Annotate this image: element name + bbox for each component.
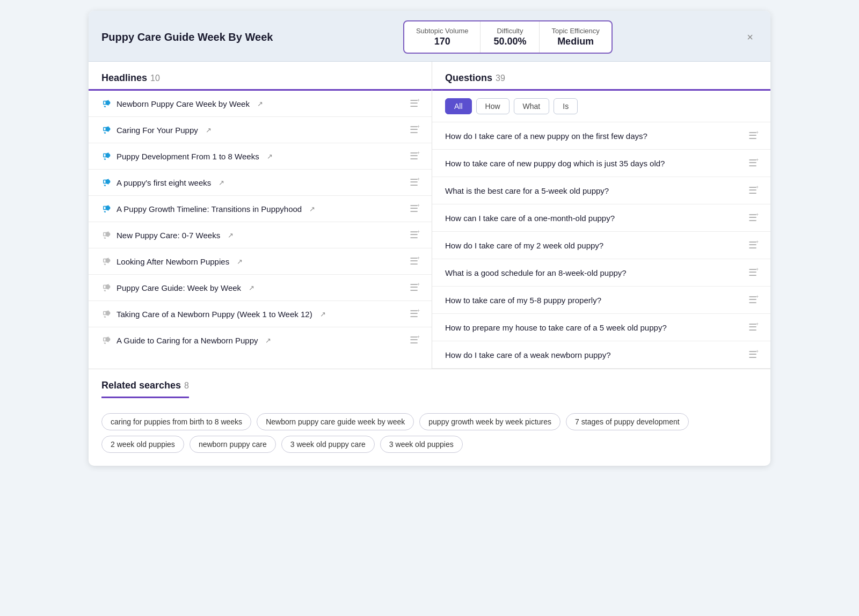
external-link-icon[interactable]: ↗ bbox=[265, 336, 271, 344]
add-to-list-button[interactable]: ☰+ bbox=[410, 308, 419, 320]
question-text: How to prepare my house to take care of … bbox=[445, 323, 667, 332]
related-header: Related searches 8 bbox=[101, 380, 189, 398]
filter-all-button[interactable]: All bbox=[445, 98, 472, 114]
headline-text: Newborn Puppy Care Week by Week bbox=[117, 99, 250, 108]
megaphone-icon bbox=[101, 230, 111, 240]
headline-item: A puppy's first eight weeks ↗ ☰+ bbox=[89, 170, 432, 196]
related-search-tag[interactable]: Newborn puppy care guide week by week bbox=[257, 413, 414, 430]
add-to-list-button[interactable]: ☰+ bbox=[748, 130, 758, 142]
question-text: What is the best care for a 5-week old p… bbox=[445, 186, 609, 195]
megaphone-icon bbox=[101, 178, 111, 187]
question-item: How do I take care of a new puppy on the… bbox=[432, 122, 770, 150]
megaphone-icon bbox=[101, 283, 111, 292]
add-to-list-button[interactable]: ☰+ bbox=[748, 212, 758, 224]
megaphone-icon bbox=[101, 309, 111, 319]
item-left: Caring For Your Puppy ↗ bbox=[101, 125, 410, 135]
filter-is-button[interactable]: Is bbox=[554, 98, 578, 114]
external-link-icon[interactable]: ↗ bbox=[219, 179, 224, 187]
headlines-title: Headlines bbox=[101, 72, 147, 84]
headline-item: Caring For Your Puppy ↗ ☰+ bbox=[89, 117, 432, 143]
add-to-list-button[interactable]: ☰+ bbox=[748, 157, 758, 169]
related-search-tag[interactable]: puppy growth week by week pictures bbox=[419, 413, 560, 430]
add-to-list-button[interactable]: ☰+ bbox=[410, 229, 419, 241]
question-item: How to take care of my 5-8 puppy properl… bbox=[432, 287, 770, 314]
megaphone-icon bbox=[101, 125, 111, 135]
headline-text: Puppy Development From 1 to 8 Weeks bbox=[117, 152, 259, 161]
add-to-list-button[interactable]: ☰+ bbox=[410, 150, 419, 162]
headline-text: Taking Care of a Newborn Puppy (Week 1 t… bbox=[117, 310, 312, 319]
headline-item: A Puppy Growth Timeline: Transitions in … bbox=[89, 196, 432, 222]
megaphone-icon bbox=[101, 256, 111, 266]
related-search-tag[interactable]: caring for puppies from birth to 8 weeks bbox=[101, 413, 251, 430]
add-to-list-button[interactable]: ☰+ bbox=[748, 349, 758, 361]
questions-list: How do I take care of a new puppy on the… bbox=[432, 122, 770, 369]
external-link-icon[interactable]: ↗ bbox=[309, 205, 315, 213]
question-text: What is a good schedule for an 8-week-ol… bbox=[445, 268, 627, 277]
add-to-list-button[interactable]: ☰+ bbox=[410, 203, 419, 215]
item-left: A puppy's first eight weeks ↗ bbox=[101, 178, 410, 187]
topic-efficiency-label: Topic Efficiency bbox=[551, 27, 599, 35]
question-text: How to take care of my 5-8 puppy properl… bbox=[445, 296, 601, 305]
add-to-list-button[interactable]: ☰+ bbox=[410, 177, 419, 188]
item-left: A Guide to Caring for a Newborn Puppy ↗ bbox=[101, 335, 410, 345]
subtopic-volume-label: Subtopic Volume bbox=[416, 27, 469, 35]
related-search-tag[interactable]: newborn puppy care bbox=[190, 436, 276, 453]
add-to-list-button[interactable]: ☰+ bbox=[748, 185, 758, 196]
external-link-icon[interactable]: ↗ bbox=[320, 310, 326, 318]
related-search-tag[interactable]: 3 week old puppies bbox=[380, 436, 463, 453]
headline-text: Puppy Care Guide: Week by Week bbox=[117, 283, 241, 292]
add-to-list-button[interactable]: ☰+ bbox=[748, 294, 758, 306]
headline-item: Taking Care of a Newborn Puppy (Week 1 t… bbox=[89, 301, 432, 327]
external-link-icon[interactable]: ↗ bbox=[228, 231, 234, 239]
add-to-list-button[interactable]: ☰+ bbox=[748, 267, 758, 278]
question-item: What is a good schedule for an 8-week-ol… bbox=[432, 259, 770, 287]
item-left: Taking Care of a Newborn Puppy (Week 1 t… bbox=[101, 309, 410, 319]
headline-text: Looking After Newborn Puppies bbox=[117, 257, 229, 266]
external-link-icon[interactable]: ↗ bbox=[237, 258, 243, 266]
questions-filter-row: AllHowWhatIs bbox=[432, 91, 770, 122]
add-to-list-button[interactable]: ☰+ bbox=[748, 321, 758, 333]
headline-text: New Puppy Care: 0-7 Weeks bbox=[117, 231, 220, 240]
add-to-list-button[interactable]: ☰+ bbox=[410, 282, 419, 294]
related-searches-section: Related searches 8 caring for puppies fr… bbox=[89, 369, 770, 466]
item-left: Puppy Development From 1 to 8 Weeks ↗ bbox=[101, 151, 410, 161]
headline-text: Caring For Your Puppy bbox=[117, 126, 198, 135]
filter-what-button[interactable]: What bbox=[514, 98, 550, 114]
add-to-list-button[interactable]: ☰+ bbox=[410, 124, 419, 136]
megaphone-icon bbox=[101, 151, 111, 161]
add-to-list-button[interactable]: ☰+ bbox=[410, 98, 419, 109]
panel-title: Puppy Care Guide Week By Week bbox=[101, 31, 273, 43]
difficulty-stat: Difficulty 50.00% bbox=[481, 21, 540, 53]
question-item: How do I take care of a weak newborn pup… bbox=[432, 341, 770, 369]
questions-panel: Questions 39 AllHowWhatIs How do I take … bbox=[432, 62, 770, 369]
external-link-icon[interactable]: ↗ bbox=[257, 100, 263, 108]
add-to-list-button[interactable]: ☰+ bbox=[410, 255, 419, 267]
subtopic-volume-value: 170 bbox=[416, 36, 469, 47]
add-to-list-button[interactable]: ☰+ bbox=[410, 334, 419, 346]
question-text: How do I take care of a weak newborn pup… bbox=[445, 350, 611, 360]
filter-how-button[interactable]: How bbox=[476, 98, 509, 114]
question-item: What is the best care for a 5-week old p… bbox=[432, 177, 770, 204]
item-left: New Puppy Care: 0-7 Weeks ↗ bbox=[101, 230, 410, 240]
headline-item: A Guide to Caring for a Newborn Puppy ↗ … bbox=[89, 327, 432, 353]
headline-item: Puppy Development From 1 to 8 Weeks ↗ ☰+ bbox=[89, 143, 432, 170]
headline-item: New Puppy Care: 0-7 Weeks ↗ ☰+ bbox=[89, 222, 432, 248]
item-left: Puppy Care Guide: Week by Week ↗ bbox=[101, 283, 410, 292]
topic-efficiency-stat: Topic Efficiency Medium bbox=[540, 21, 611, 53]
related-search-tag[interactable]: 2 week old puppies bbox=[101, 436, 184, 453]
headline-item: Newborn Puppy Care Week by Week ↗ ☰+ bbox=[89, 91, 432, 117]
difficulty-label: Difficulty bbox=[492, 27, 527, 35]
question-item: How to prepare my house to take care of … bbox=[432, 314, 770, 341]
add-to-list-button[interactable]: ☰+ bbox=[748, 239, 758, 251]
related-search-tag[interactable]: 7 stages of puppy development bbox=[566, 413, 689, 430]
external-link-icon[interactable]: ↗ bbox=[267, 152, 273, 160]
headlines-header: Headlines 10 bbox=[89, 72, 432, 91]
close-button[interactable]: × bbox=[742, 30, 758, 45]
megaphone-icon bbox=[101, 335, 111, 345]
related-search-tag[interactable]: 3 week old puppy care bbox=[281, 436, 375, 453]
external-link-icon[interactable]: ↗ bbox=[249, 284, 254, 292]
stats-box: Subtopic Volume 170 Difficulty 50.00% To… bbox=[403, 20, 613, 54]
external-link-icon[interactable]: ↗ bbox=[206, 126, 212, 134]
headlines-list: Newborn Puppy Care Week by Week ↗ ☰+ Car… bbox=[89, 91, 432, 353]
question-text: How can I take care of a one-month-old p… bbox=[445, 214, 615, 223]
